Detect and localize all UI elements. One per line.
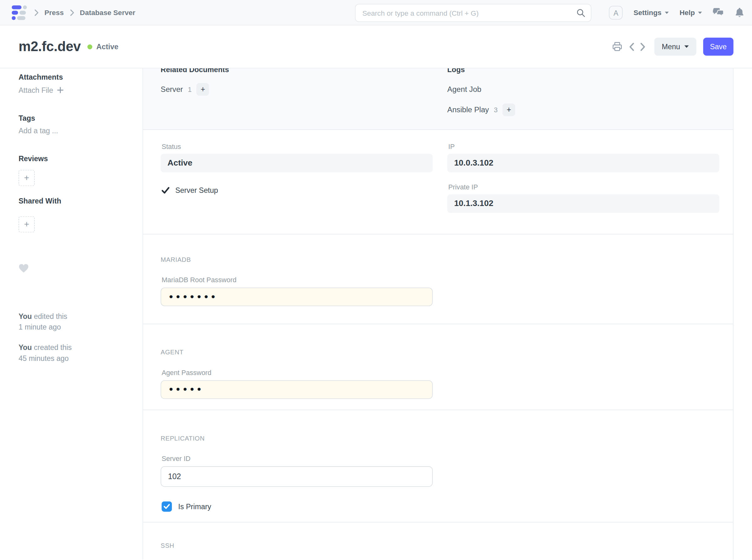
created-by: You — [19, 343, 32, 352]
mariadb-root-password-label: MariaDB Root Password — [161, 276, 718, 284]
shared-with-heading: Shared With — [19, 197, 133, 205]
chevron-down-icon — [665, 11, 669, 14]
attachments-heading: Attachments — [19, 73, 133, 81]
ansible-play-count-badge: 3 — [494, 106, 498, 114]
private-ip-label: Private IP — [448, 183, 719, 191]
reviews-heading: Reviews — [19, 154, 133, 162]
active-dot-icon — [87, 44, 93, 49]
chevron-down-icon — [684, 45, 689, 48]
created-time[interactable]: 45 minutes ago — [19, 354, 69, 362]
status-label: Status — [161, 143, 432, 151]
mariadb-root-password-input[interactable]: ••••••• — [161, 287, 432, 306]
heart-icon — [19, 264, 29, 273]
created-meta: You created this 45 minutes ago — [19, 342, 133, 364]
next-document-icon[interactable] — [640, 42, 646, 51]
notifications-bell-icon[interactable] — [735, 7, 744, 18]
app-logo-icon[interactable] — [12, 4, 28, 21]
ip-value-field: 10.0.3.102 — [447, 154, 719, 172]
is-primary-label: Is Primary — [178, 502, 211, 511]
save-button[interactable]: Save — [703, 38, 733, 56]
form-sidebar: Attachments Attach File Tags Add a tag .… — [0, 68, 143, 559]
agent-job-link[interactable]: Agent Job — [447, 85, 481, 94]
add-review-button[interactable]: + — [19, 170, 35, 186]
print-icon[interactable] — [612, 42, 622, 52]
app: Press Database Server A Settings Help — [0, 0, 752, 560]
check-icon — [164, 504, 170, 509]
plus-icon: + — [507, 105, 511, 114]
menu-button-label: Menu — [662, 42, 680, 51]
server-id-label: Server ID — [161, 455, 718, 462]
chevron-down-icon — [698, 11, 702, 14]
breadcrumb-chevron-icon — [34, 9, 39, 16]
section-agent: AGENT Agent Password ••••• — [143, 324, 733, 410]
attach-file-button[interactable]: Attach File — [19, 86, 133, 94]
log-link-agent-job: Agent Job — [447, 83, 719, 96]
search-input[interactable] — [355, 4, 591, 22]
section-mariadb: MARIADB MariaDB Root Password ••••••• — [143, 234, 733, 324]
help-menu[interactable]: Help — [679, 9, 702, 17]
page-title: m2.fc.dev — [19, 39, 81, 55]
logs-column: Logs Agent Job Ansible Play 3 + — [447, 68, 719, 129]
search-icon[interactable] — [576, 8, 586, 19]
add-ansible-play-button[interactable]: + — [502, 103, 515, 116]
status-value-field: Active — [161, 154, 432, 172]
section-ssh: SSH — [143, 522, 733, 559]
section-replication: REPLICATION Server ID Is Primary — [143, 410, 733, 522]
add-tag-input[interactable]: Add a tag ... — [19, 126, 133, 135]
form-dashboard: Related Documents Server 1 + Logs Agent … — [143, 68, 733, 130]
prev-document-icon[interactable] — [629, 42, 634, 51]
server-count-badge: 1 — [188, 85, 192, 93]
edited-meta: You edited this 1 minute ago — [19, 311, 133, 333]
log-link-ansible-play: Ansible Play 3 + — [447, 103, 719, 116]
server-setup-label: Server Setup — [175, 186, 218, 194]
plus-icon: + — [24, 219, 29, 229]
agent-password-label: Agent Password — [161, 369, 718, 377]
settings-menu[interactable]: Settings — [633, 9, 669, 17]
server-setup-check: Server Setup — [161, 186, 432, 194]
related-documents-column: Related Documents Server 1 + — [161, 68, 432, 129]
chat-icon[interactable] — [713, 7, 724, 18]
server-id-input[interactable] — [161, 466, 432, 487]
add-server-button[interactable]: + — [197, 83, 209, 96]
menu-button[interactable]: Menu — [654, 38, 696, 56]
ansible-play-link[interactable]: Ansible Play — [447, 105, 489, 114]
ip-column: IP 10.0.3.102 Private IP 10.1.3.102 — [447, 143, 719, 234]
edited-action: edited this — [32, 312, 67, 320]
masked-password: ••••• — [168, 384, 203, 395]
attach-file-label: Attach File — [19, 86, 53, 94]
like-button[interactable] — [19, 264, 133, 275]
edited-time[interactable]: 1 minute ago — [19, 323, 61, 331]
replication-section-heading: REPLICATION — [161, 435, 718, 442]
related-link-server: Server 1 + — [161, 83, 432, 96]
settings-label: Settings — [633, 9, 661, 17]
created-action: created this — [32, 343, 72, 352]
breadcrumb-item-press[interactable]: Press — [44, 8, 64, 16]
is-primary-row: Is Primary — [161, 501, 718, 512]
navbar-actions: A Settings Help — [609, 0, 744, 25]
mariadb-section-heading: MARIADB — [161, 256, 718, 263]
status-indicator-label: Active — [96, 42, 118, 51]
add-share-button[interactable]: + — [19, 216, 35, 232]
agent-password-input[interactable]: ••••• — [161, 380, 432, 399]
is-primary-checkbox[interactable] — [161, 501, 172, 512]
avatar-letter: A — [613, 8, 618, 17]
logs-heading: Logs — [447, 68, 719, 74]
page-head: m2.fc.dev Active — [0, 25, 752, 68]
edited-by: You — [19, 312, 32, 320]
help-label: Help — [679, 9, 695, 17]
server-link[interactable]: Server — [161, 85, 183, 94]
ssh-section-heading: SSH — [161, 542, 718, 549]
global-search — [355, 4, 591, 22]
breadcrumb: Press Database Server — [12, 4, 135, 21]
status-column: Status Active Server Setup — [161, 143, 432, 234]
navbar: Press Database Server A Settings Help — [0, 0, 752, 25]
related-documents-heading: Related Documents — [161, 68, 432, 74]
plus-icon — [57, 87, 63, 93]
agent-section-heading: AGENT — [161, 349, 718, 356]
form-body: Related Documents Server 1 + Logs Agent … — [143, 68, 733, 559]
avatar[interactable]: A — [609, 6, 623, 20]
status-indicator: Active — [87, 42, 118, 51]
breadcrumb-chevron-icon — [70, 9, 74, 16]
breadcrumb-item-database-server[interactable]: Database Server — [80, 8, 136, 16]
section-status: Status Active Server Setup IP 10.0.3.102… — [143, 130, 733, 234]
